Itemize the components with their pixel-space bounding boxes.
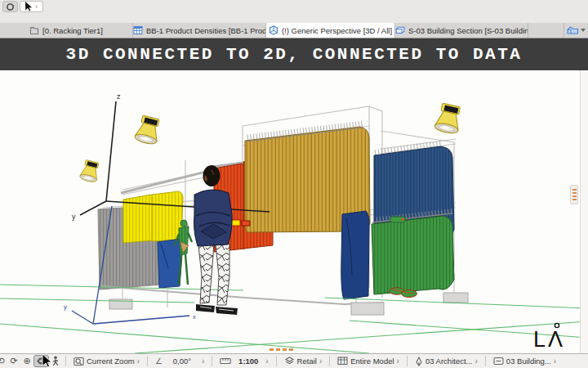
spotlight [434, 103, 463, 135]
tab-label: [0. Racking Tier1] [42, 26, 103, 35]
tab-label: BB-1 Product Densities [BB-1 Product... [146, 26, 265, 35]
chevron-right-icon: › [554, 357, 556, 366]
spotlight [134, 114, 162, 146]
vertical-scrollbar[interactable] [580, 70, 588, 353]
axis-z-label: z [117, 92, 121, 101]
chevron-right-icon: › [265, 357, 268, 366]
scale-icon [220, 357, 231, 365]
zoom-level-popup[interactable]: Current Zoom › [69, 357, 144, 366]
chevron-right-icon: › [35, 3, 38, 11]
selection-dashes [270, 348, 293, 351]
renovation-filter-popup[interactable]: 03 Building... › [489, 357, 560, 366]
orbit-icon [6, 2, 15, 11]
3d-view-icon [269, 25, 278, 35]
rotate-tool-button[interactable] [2, 1, 18, 12]
layer-combination-value: Retail [297, 357, 317, 366]
model-filter-icon [337, 357, 348, 366]
renovation-icon [493, 357, 504, 366]
tab-generic-perspective[interactable]: (!) Generic Perspective [3D / All] [266, 23, 395, 38]
pen-set-popup[interactable]: 03 Architect... › [411, 357, 482, 366]
section-icon [395, 25, 405, 35]
model-filter-value: Entire Model [350, 357, 394, 366]
chevron-right-icon: › [319, 357, 322, 366]
la-logo: L Λ [533, 323, 563, 352]
tab-product-densities[interactable]: BB-1 Product Densities [BB-1 Product... [133, 23, 266, 38]
zoom-previous-button[interactable]: ⟲ [0, 356, 7, 367]
tab-bar: [0. Racking Tier1] BB-1 Product Densitie… [0, 23, 588, 38]
logo-letter-a: Λ [548, 327, 563, 352]
scale-popup[interactable]: 1:100 › [216, 357, 272, 366]
tab-racking-tier1[interactable]: [0. Racking Tier1] [0, 23, 133, 38]
tab-building-section[interactable]: S-03 Building Section [S-03 Building S..… [395, 23, 528, 38]
collapsed-palette-tab[interactable] [570, 185, 578, 204]
walking-man-icon [51, 356, 60, 366]
angle-icon: ∠ [155, 357, 163, 366]
zoom-next-button[interactable]: ⟳ [7, 356, 20, 367]
3d-viewport[interactable]: z y x y L Λ [0, 70, 588, 353]
zoom-next-icon: ⟳ [10, 356, 17, 366]
logo-letter-l: L [533, 327, 546, 352]
zoom-in-button[interactable]: ⊕ [20, 356, 33, 367]
origin-y-label: y [64, 303, 67, 311]
layer-combination-popup[interactable]: Retail › [280, 357, 327, 366]
orbit-button[interactable] [33, 355, 49, 367]
top-toolbar: › [0, 0, 588, 23]
orientation-value: 0,00° [165, 357, 199, 366]
chevron-right-icon: › [202, 357, 204, 366]
zoom-previous-icon: ⟲ [0, 356, 5, 366]
chevron-right-icon: › [397, 357, 399, 366]
title-banner: 3D CONNECTED TO 2D, CONNECTED TO DATA [0, 38, 588, 70]
zoom-in-icon: ⊕ [23, 356, 30, 366]
renovation-filter-value: 03 Building... [506, 357, 551, 366]
floor-guides [0, 285, 588, 353]
pen-set-value: 03 Architect... [425, 357, 473, 366]
arrow-tool-button[interactable]: › [20, 1, 43, 12]
zoom-level-value: Current Zoom [87, 357, 135, 366]
chevron-down-icon [581, 29, 586, 32]
chevron-right-icon: › [137, 357, 140, 366]
explore-button[interactable] [49, 356, 62, 367]
fit-view-icon [74, 357, 84, 366]
navy-tshirt [341, 211, 369, 299]
quick-views-icon [567, 25, 579, 35]
clothes-yellow-rack [123, 191, 183, 243]
orbit-icon [37, 357, 46, 366]
orientation-popup[interactable]: ∠ 0,00° › [151, 357, 208, 366]
layout-icon [29, 25, 39, 35]
scale-value: 1:100 [234, 357, 263, 366]
status-bar: ⟲ ⟳ ⊕ Current Zoom › ∠ 0,00° › [0, 353, 588, 368]
banner-text: 3D CONNECTED TO 2D, CONNECTED TO DATA [66, 45, 523, 64]
layer-icon [284, 357, 295, 366]
3d-scene: z y x y L Λ [0, 70, 588, 353]
tab-label: S-03 Building Section [S-03 Building S..… [408, 26, 528, 35]
schedule-icon [133, 25, 143, 35]
origin-x-label: x [193, 313, 196, 321]
model-filter-popup[interactable]: Entire Model › [333, 357, 403, 366]
pen-set-icon [415, 357, 423, 366]
axis-y-label: y [72, 213, 76, 221]
sale-tags [229, 220, 250, 226]
spotlight [79, 159, 100, 183]
cursor-arrow-icon [25, 2, 33, 11]
chevron-right-icon: › [475, 357, 478, 366]
tab-label: (!) Generic Perspective [3D / All] [282, 26, 392, 35]
clothes-green-rack [372, 211, 454, 294]
quick-views-button[interactable] [564, 23, 588, 38]
